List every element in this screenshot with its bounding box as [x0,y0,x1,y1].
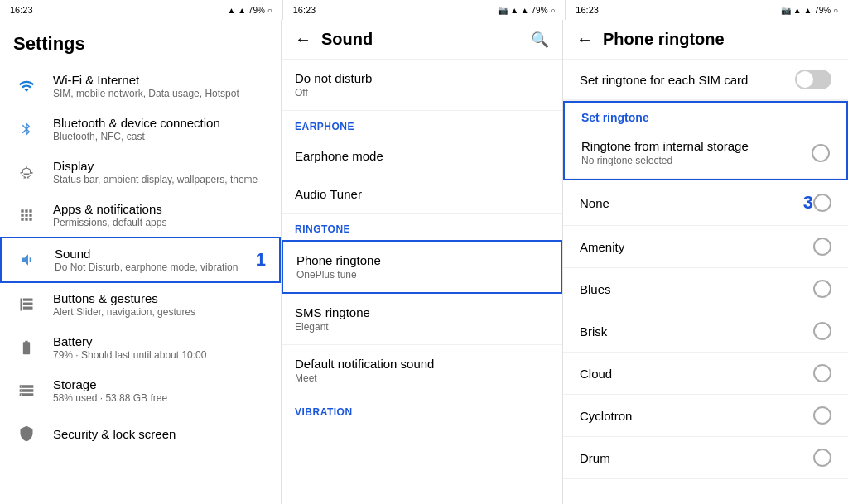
blues-text: Blues [580,282,813,296]
display-subtitle: Status bar, ambient display, wallpapers,… [53,174,267,185]
ringtone-back-button[interactable]: ← [576,30,593,49]
sim-card-row: Set ringtone for each SIM card [563,60,848,100]
panel-ringtone: ← Phone ringtone Set ringtone for each S… [563,20,848,504]
storage-icon [13,377,40,404]
settings-item-sound[interactable]: Sound Do Not Disturb, earphone mode, vib… [0,237,281,283]
wifi-icon [13,73,40,99]
drum-title: Drum [580,451,813,465]
status-bar-2: 16:23 📷 ▲ ▲ 79% ○ [283,0,566,20]
do-not-disturb-subtitle: Off [295,87,549,98]
bluetooth-text: Bluetooth & device connection Bluetooth,… [53,116,267,142]
do-not-disturb-title: Do not disturb [295,71,549,85]
ringtone-title-header: Phone ringtone [603,30,835,49]
cyclotron-title: Cyclotron [580,409,813,423]
sound-title: Sound [55,247,249,261]
ringtone-option-brisk[interactable]: Brisk [563,310,848,353]
storage-title: Storage [53,377,267,391]
sms-ringtone-item[interactable]: SMS ringtone Elegant [282,294,562,345]
radio-amenity[interactable] [813,238,831,256]
none-title: None [580,196,790,210]
bluetooth-title: Bluetooth & device connection [53,116,267,130]
ringtone-option-blues[interactable]: Blues [563,268,848,310]
cyclotron-text: Cyclotron [580,409,813,423]
sound-icon [15,247,41,273]
sim-card-toggle[interactable] [795,70,831,89]
battery-text: Battery 79% · Should last until about 10… [53,334,267,361]
settings-item-buttons[interactable]: Buttons & gestures Alert Slider, navigat… [0,283,281,326]
sound-search-icon[interactable]: 🔍 [531,31,549,49]
vibration-section-header: VIBRATION [282,396,562,423]
panels-container: Settings Wi-Fi & Internet SIM, mobile ne… [0,20,848,504]
security-text: Security & lock screen [53,427,267,441]
security-icon [13,420,40,447]
radio-brisk[interactable] [813,322,831,340]
ringtone-option-amenity[interactable]: Amenity [563,226,848,268]
ringtone-option-none[interactable]: None 3 [563,180,848,226]
panel-sound: ← Sound 🔍 Do not disturb Off EARPHONE Ea… [282,20,563,504]
settings-title: Settings [0,20,281,65]
cloud-text: Cloud [580,367,813,381]
buttons-subtitle: Alert Slider, navigation, gestures [53,306,267,318]
do-not-disturb-item[interactable]: Do not disturb Off [282,60,562,111]
cloud-title: Cloud [580,367,813,381]
ringtone-option-internal[interactable]: Ringtone from internal storage No ringto… [565,127,846,179]
radio-none[interactable] [813,194,831,212]
bluetooth-icon [13,116,40,142]
settings-item-apps[interactable]: Apps & notifications Permissions, defaul… [0,194,281,237]
audio-tuner-title: Audio Tuner [295,187,549,201]
status-icons-1: ▲ ▲ 79% ○ [227,6,272,15]
earphone-section-header: EARPHONE [282,111,562,137]
amenity-text: Amenity [580,240,813,254]
time-3: 16:23 [576,5,599,15]
radio-blues[interactable] [813,280,831,298]
settings-item-display[interactable]: Display Status bar, ambient display, wal… [0,151,281,194]
sms-ringtone-subtitle: Elegant [295,321,549,333]
apps-subtitle: Permissions, default apps [53,217,267,228]
brisk-title: Brisk [580,324,813,338]
ringtone-section-header: RINGTONE [282,214,562,240]
settings-item-bluetooth[interactable]: Bluetooth & device connection Bluetooth,… [0,108,281,151]
storage-text: Storage 58% used · 53.88 GB free [53,377,267,404]
settings-item-security[interactable]: Security & lock screen [0,412,281,455]
status-bar: 16:23 ▲ ▲ 79% ○ 16:23 📷 ▲ ▲ 79% ○ 16:23 … [0,0,848,20]
battery-title: Battery [53,334,267,348]
earphone-mode-title: Earphone mode [295,149,549,163]
default-notification-subtitle: Meet [295,372,549,384]
set-ringtone-header: Set ringtone [565,103,846,127]
brisk-text: Brisk [580,324,813,338]
audio-tuner-item[interactable]: Audio Tuner [282,175,562,214]
apps-icon [13,202,40,228]
badge-3: 3 [803,192,813,214]
time-2: 16:23 [293,5,316,15]
phone-ringtone-item[interactable]: Phone ringtone OnePlus tune 2 [282,240,562,294]
security-title: Security & lock screen [53,427,267,441]
bluetooth-subtitle: Bluetooth, NFC, cast [53,131,267,142]
status-bar-3: 16:23 📷 ▲ ▲ 79% ○ [566,0,848,20]
radio-internal[interactable] [812,144,830,162]
drum-text: Drum [580,451,813,465]
settings-item-battery[interactable]: Battery 79% · Should last until about 10… [0,326,281,369]
default-notification-item[interactable]: Default notification sound Meet [282,345,562,396]
radio-cyclotron[interactable] [813,406,831,425]
default-notification-title: Default notification sound [295,357,549,371]
set-ringtone-box: Set ringtone Ringtone from internal stor… [563,101,848,180]
sound-back-button[interactable]: ← [295,30,311,49]
radio-drum[interactable] [813,449,831,467]
earphone-mode-item[interactable]: Earphone mode [282,137,562,175]
panel-settings: Settings Wi-Fi & Internet SIM, mobile ne… [0,20,282,504]
ringtone-option-drum[interactable]: Drum [563,437,848,479]
buttons-icon [13,291,40,318]
apps-text: Apps & notifications Permissions, defaul… [53,202,267,228]
settings-item-storage[interactable]: Storage 58% used · 53.88 GB free [0,369,281,412]
sms-ringtone-title: SMS ringtone [295,305,549,319]
display-icon [13,159,40,185]
ringtone-option-cyclotron[interactable]: Cyclotron [563,395,848,437]
ringtone-option-cloud[interactable]: Cloud [563,353,848,395]
display-text: Display Status bar, ambient display, wal… [53,159,267,185]
settings-item-wifi[interactable]: Wi-Fi & Internet SIM, mobile network, Da… [0,65,281,108]
amenity-title: Amenity [580,240,813,254]
radio-cloud[interactable] [813,364,831,382]
sound-title-header: Sound [321,30,531,49]
internal-storage-title: Ringtone from internal storage [581,139,812,153]
buttons-text: Buttons & gestures Alert Slider, navigat… [53,291,267,318]
